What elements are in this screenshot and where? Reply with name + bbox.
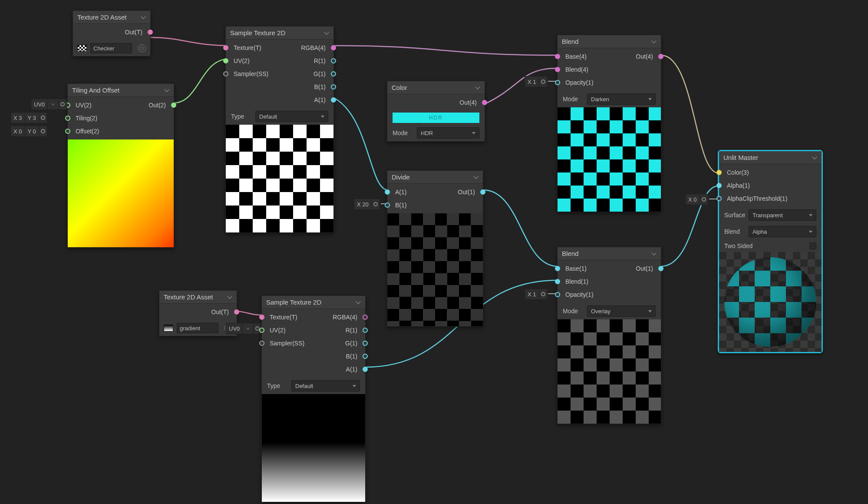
asset-thumb: [77, 45, 87, 52]
chevron-down-icon[interactable]: [473, 175, 479, 180]
object-picker-icon[interactable]: [138, 44, 146, 52]
node-unlit-master[interactable]: Unlit Master Color(3) Alpha(1) AlphaClip…: [718, 150, 822, 353]
chevron-down-icon[interactable]: [812, 155, 817, 160]
node-sample-texture-2d-2[interactable]: Sample Texture 2D Texture(T)RGBA(4) UV(2…: [261, 295, 366, 502]
port-out[interactable]: Out(4): [387, 96, 485, 109]
asset-thumb: [164, 325, 173, 332]
chevron-down-icon[interactable]: [324, 30, 329, 36]
chevron-down-icon[interactable]: [227, 295, 232, 300]
node-titlebar[interactable]: Tiling And Offset: [68, 84, 174, 97]
master-preview: [719, 252, 822, 352]
chip-blend2-opacity[interactable]: X 1: [525, 288, 548, 300]
node-titlebar[interactable]: Divide: [387, 171, 483, 184]
type-dropdown[interactable]: TypeDefault: [262, 378, 365, 394]
chip-uv0-b[interactable]: UV0: [226, 323, 262, 334]
node-texture2d-asset-2[interactable]: Texture 2D Asset Out(T) gradient: [159, 290, 237, 336]
port-in-offset[interactable]: Offset(2): [68, 125, 174, 138]
node-texture2d-asset-1[interactable]: Texture 2D Asset Out(T) Checker: [73, 10, 151, 56]
node-preview: [558, 319, 661, 424]
node-sample-texture-2d-1[interactable]: Sample Texture 2D Texture(T)RGBA(4) UV(2…: [225, 26, 334, 233]
node-preview: [262, 394, 365, 502]
color-swatch[interactable]: HDR: [393, 113, 479, 123]
chip-divide-b[interactable]: X 20: [354, 199, 380, 210]
chip-offset-xy[interactable]: X 0Y 0: [10, 126, 47, 137]
mode-dropdown[interactable]: ModeOverlay: [558, 303, 661, 319]
node-titlebar[interactable]: Texture 2D Asset: [73, 11, 150, 24]
node-tiling-and-offset[interactable]: Tiling And Offset UV(2) Out(2) Tiling(2)…: [67, 83, 174, 248]
chip-alpha-clip[interactable]: X 0: [685, 194, 708, 205]
chevron-down-icon[interactable]: [651, 39, 657, 44]
chevron-down-icon[interactable]: [356, 300, 361, 305]
chevron-down-icon[interactable]: [141, 15, 146, 20]
node-preview: [558, 107, 661, 212]
node-blend-1[interactable]: Blend Base(4)Out(4) Blend(4) Opacity(1) …: [557, 35, 661, 212]
node-preview: [387, 213, 483, 326]
node-titlebar[interactable]: Color: [387, 81, 485, 94]
node-divide[interactable]: Divide A(1)Out(1) B(1): [387, 170, 483, 327]
chevron-down-icon[interactable]: [475, 85, 480, 90]
asset-picker[interactable]: Checker: [73, 40, 150, 56]
port-out-t[interactable]: Out(T): [73, 26, 150, 39]
chip-blend1-opacity[interactable]: X 1: [525, 76, 548, 87]
node-blend-2[interactable]: Blend Base(1)Out(1) Blend(1) Opacity(1) …: [557, 247, 661, 424]
asset-picker[interactable]: gradient: [159, 320, 237, 336]
blend-dropdown[interactable]: BlendAlpha: [719, 223, 822, 240]
row-uv-out: UV(2) Out(2): [68, 99, 174, 112]
mode-dropdown[interactable]: ModeHDR: [387, 125, 485, 141]
chevron-down-icon[interactable]: [651, 251, 657, 256]
chevron-down-icon[interactable]: [164, 88, 169, 93]
port-out[interactable]: [171, 103, 176, 108]
chip-tiling-xy[interactable]: X 3Y 3: [10, 112, 47, 123]
mode-dropdown[interactable]: ModeDarken: [558, 91, 661, 107]
node-titlebar[interactable]: Sample Texture 2D: [226, 27, 333, 40]
type-dropdown[interactable]: TypeDefault: [226, 108, 333, 125]
node-title: Texture 2D Asset: [77, 13, 126, 21]
node-preview: [68, 139, 174, 247]
surface-dropdown[interactable]: SurfaceTransparent: [719, 207, 822, 223]
node-color[interactable]: Color Out(4) HDR ModeHDR: [387, 81, 485, 142]
two-sided-toggle[interactable]: Two Sided: [719, 240, 822, 252]
node-preview: [226, 125, 333, 232]
chip-uv0[interactable]: UV0: [31, 99, 67, 110]
port-in-tiling[interactable]: Tiling(2): [68, 112, 174, 125]
